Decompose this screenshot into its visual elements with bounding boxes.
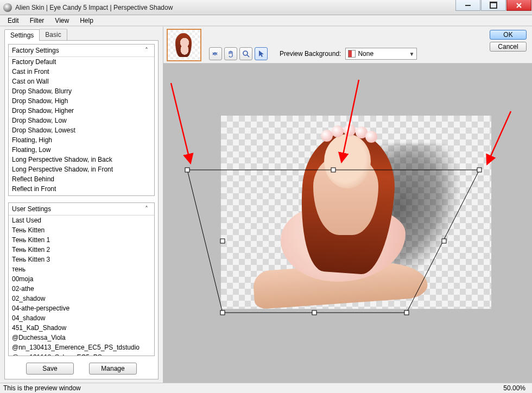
preview-bg-combo[interactable]: None ▼ (345, 48, 417, 60)
user-list-item[interactable]: @nn_191118_Selma_EC5_PS (9, 352, 154, 356)
preview-pane: Preview Background: None ▼ OK Cancel (163, 27, 532, 383)
user-settings-header[interactable]: User Settings ˄ (9, 203, 154, 215)
nav-tool[interactable] (209, 47, 222, 60)
factory-list-item[interactable]: Long Perspective Shadow, in Front (9, 164, 154, 174)
maximize-button[interactable] (481, 0, 506, 11)
preview-toolbar: Preview Background: None ▼ (209, 46, 527, 61)
cancel-button[interactable]: Cancel (490, 42, 527, 52)
user-list-item[interactable]: Тень Kitten 2 (9, 245, 154, 255)
none-swatch-icon (348, 50, 356, 58)
factory-list-item[interactable]: Long Perspective Shadow, in Back (9, 155, 154, 164)
collapse-icon: ˄ (142, 205, 151, 213)
window-controls (455, 0, 532, 15)
user-list-item[interactable]: @nn_130413_Emerence_EC5_PS_tdstudio (9, 343, 154, 352)
user-list-item[interactable]: 00moja (9, 274, 154, 284)
svg-rect-8 (220, 310, 225, 315)
menu-edit[interactable]: Edit (3, 16, 23, 26)
factory-list-item[interactable]: Factory Default (9, 57, 154, 67)
svg-line-1 (247, 55, 249, 57)
settings-panel: Settings Basic Factory Settings ˄ Factor… (0, 27, 163, 383)
collapse-icon: ˄ (142, 47, 151, 54)
factory-list-item[interactable]: Drop Shadow, Blurry (9, 86, 154, 96)
status-text: This is the preview window (3, 384, 81, 392)
factory-list-item[interactable]: Drop Shadow, Higher (9, 106, 154, 116)
factory-list-item[interactable]: Reflect Behind (9, 174, 154, 184)
title-bar: Alien Skin | Eye Candy 5 Impact | Perspe… (0, 0, 532, 15)
menu-bar: Edit Filter View Help (0, 15, 532, 26)
menu-help[interactable]: Help (75, 16, 98, 26)
user-list-item[interactable]: Тень Kitten 3 (9, 255, 154, 264)
window-title: Alien Skin | Eye Candy 5 Impact | Perspe… (15, 4, 173, 11)
user-list-item[interactable]: 02-athe (9, 284, 154, 294)
factory-list-item[interactable]: Floating, Low (9, 145, 154, 155)
preview-bg-label: Preview Background: (280, 50, 341, 58)
factory-list-item[interactable]: Drop Shadow, Lowest (9, 125, 154, 135)
svg-point-0 (243, 51, 248, 55)
pointer-tool[interactable] (255, 47, 268, 60)
thumbnail[interactable] (167, 29, 201, 61)
zoom-level: 50.00% (503, 384, 529, 392)
user-list-item[interactable]: 04-athe-perspective (9, 303, 154, 313)
factory-list-item[interactable]: Reflect in Front (9, 184, 154, 194)
factory-list-item[interactable]: Reflect in Front - Faint (9, 194, 154, 195)
dialog-buttons: OK Cancel (490, 30, 527, 52)
svg-rect-9 (312, 310, 316, 315)
preview-bg-value: None (358, 50, 373, 58)
user-list-item[interactable]: 451_KaD_Shadow (9, 323, 154, 333)
factory-list-item[interactable]: Floating, High (9, 135, 154, 145)
user-list-item[interactable]: @Duchessa_Viola (9, 333, 154, 343)
svg-rect-10 (404, 310, 409, 315)
tab-settings[interactable]: Settings (4, 29, 40, 41)
factory-list-item[interactable]: Drop Shadow, High (9, 96, 154, 106)
svg-line-11 (171, 83, 191, 163)
panel-tabs: Settings Basic (4, 29, 163, 40)
tab-basic[interactable]: Basic (39, 29, 67, 40)
menu-view[interactable]: View (50, 16, 73, 26)
save-button[interactable]: Save (26, 363, 74, 375)
user-list-item[interactable]: 02_shadow (9, 294, 154, 303)
user-list-item[interactable]: тень (9, 264, 154, 274)
settings-buttons: Save Manage (5, 359, 158, 379)
preview-image (221, 116, 491, 309)
zoom-tool[interactable] (239, 47, 252, 60)
factory-list-item[interactable]: Cast in Front (9, 67, 154, 77)
close-button[interactable] (506, 0, 531, 11)
user-list-item[interactable]: Тень Kitten (9, 225, 154, 235)
hand-tool[interactable] (224, 47, 237, 60)
factory-settings-label: Factory Settings (12, 47, 59, 54)
user-list-item[interactable]: Тень Kitten 1 (9, 235, 154, 245)
minimize-button[interactable] (455, 0, 480, 11)
factory-list-item[interactable]: Drop Shadow, Low (9, 116, 154, 125)
factory-settings-list: Factory Settings ˄ Factory DefaultCast i… (8, 44, 155, 196)
user-settings-list: User Settings ˄ Last UsedТень KittenТень… (8, 202, 155, 356)
ok-button[interactable]: OK (490, 30, 527, 40)
preview-canvas[interactable] (163, 64, 532, 383)
status-bar: This is the preview window 50.00% (0, 383, 532, 393)
user-list-item[interactable]: Last Used (9, 215, 154, 225)
chevron-down-icon: ▼ (409, 51, 414, 57)
app-icon (3, 3, 12, 12)
user-list-item[interactable]: 04_shadow (9, 313, 154, 323)
user-settings-label: User Settings (12, 205, 51, 213)
factory-settings-header[interactable]: Factory Settings ˄ (9, 45, 154, 57)
manage-button[interactable]: Manage (89, 363, 137, 375)
menu-filter[interactable]: Filter (26, 16, 49, 26)
factory-list-item[interactable]: Cast on Wall (9, 77, 154, 86)
svg-rect-3 (185, 168, 189, 172)
